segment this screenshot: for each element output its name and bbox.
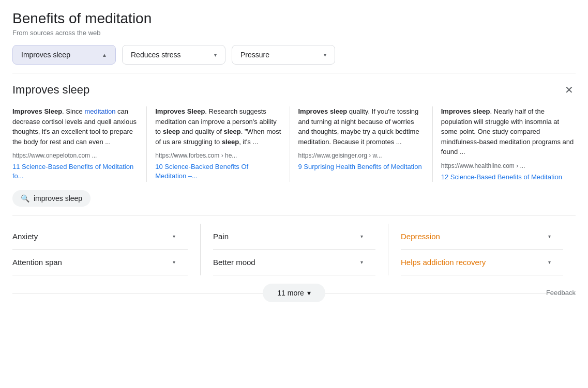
tab-pressure-chevron: ▾ xyxy=(324,52,326,58)
topic-addiction-recovery[interactable]: Helps addiction recovery ▾ xyxy=(401,250,563,275)
filter-tabs: Improves sleep ▲ Reduces stress ▾ Pressu… xyxy=(12,45,576,65)
card-4-link[interactable]: 12 Science-Based Benefits of Meditation xyxy=(441,173,576,182)
topic-anxiety-chevron: ▾ xyxy=(173,234,175,239)
page-title: Benefits of meditation xyxy=(12,10,576,27)
cards-grid: Improves Sleep. Since meditation can dec… xyxy=(12,106,576,182)
more-button-label: 11 more xyxy=(277,289,304,297)
topics-col-1: Anxiety ▾ Attention span ▾ xyxy=(12,224,200,275)
card-1-url: https://www.onepeloton.com ... xyxy=(12,152,138,159)
card-3: Improves sleep quality. If you're tossin… xyxy=(298,106,433,182)
tab-pressure[interactable]: Pressure ▾ xyxy=(232,45,335,65)
topic-pain[interactable]: Pain ▾ xyxy=(213,224,375,250)
more-button-chevron: ▾ xyxy=(307,289,311,297)
topic-addiction-recovery-label: Helps addiction recovery xyxy=(401,258,486,267)
topic-addiction-recovery-chevron: ▾ xyxy=(548,259,551,265)
divider-2 xyxy=(12,215,576,215)
feedback-link[interactable]: Feedback xyxy=(546,289,576,297)
topics-col-3: Depression ▾ Helps addiction recovery ▾ xyxy=(388,224,576,275)
card-4-text: Improves sleep. Nearly half of the popul… xyxy=(441,106,576,157)
section-header: Improves sleep ✕ xyxy=(12,82,576,98)
topic-depression-chevron: ▾ xyxy=(548,234,551,239)
card-3-url: https://www.geisinger.org › w... xyxy=(298,152,424,159)
close-button[interactable]: ✕ xyxy=(563,82,576,98)
card-3-text: Improves sleep quality. If you're tossin… xyxy=(298,106,424,147)
card-1-text: Improves Sleep. Since meditation can dec… xyxy=(12,106,138,147)
tab-improves-sleep-label: Improves sleep xyxy=(21,51,70,59)
divider-1 xyxy=(12,73,576,73)
search-suggestion[interactable]: 🔍 improves sleep xyxy=(12,190,91,207)
topic-better-mood-label: Better mood xyxy=(213,258,255,267)
topic-attention-span-chevron: ▾ xyxy=(173,259,175,265)
more-button[interactable]: 11 more ▾ xyxy=(263,284,325,302)
card-4-url: https://www.healthline.com › ... xyxy=(441,162,576,169)
tab-reduces-stress-chevron: ▾ xyxy=(214,52,217,58)
page-subtitle: From sources across the web xyxy=(12,29,576,37)
card-2-link[interactable]: 10 Science-Backed Benefits Of Meditation… xyxy=(155,162,281,181)
topic-depression-label: Depression xyxy=(401,232,440,241)
topic-attention-span-label: Attention span xyxy=(12,258,62,267)
topic-attention-span[interactable]: Attention span ▾ xyxy=(12,250,188,275)
tab-improves-sleep[interactable]: Improves sleep ▲ xyxy=(12,45,116,65)
topic-anxiety[interactable]: Anxiety ▾ xyxy=(12,224,188,250)
tab-reduces-stress-label: Reduces stress xyxy=(131,51,180,59)
tab-improves-sleep-chevron: ▲ xyxy=(102,52,107,58)
card-2-text: Improves Sleep. Research suggests medita… xyxy=(155,106,281,147)
topics-grid: Anxiety ▾ Attention span ▾ Pain ▾ Better… xyxy=(12,224,576,275)
topic-depression[interactable]: Depression ▾ xyxy=(401,224,563,250)
card-3-link[interactable]: 9 Surprising Health Benefits of Meditati… xyxy=(298,162,424,172)
topic-pain-label: Pain xyxy=(213,232,229,241)
topic-anxiety-label: Anxiety xyxy=(12,232,38,241)
topic-better-mood-chevron: ▾ xyxy=(360,259,363,265)
card-2-url: https://www.forbes.com › he... xyxy=(155,152,281,159)
search-icon: 🔍 xyxy=(21,194,29,203)
card-2: Improves Sleep. Research suggests medita… xyxy=(155,106,290,182)
topic-pain-chevron: ▾ xyxy=(360,234,363,239)
tab-pressure-label: Pressure xyxy=(240,51,269,59)
topic-better-mood[interactable]: Better mood ▾ xyxy=(213,250,375,275)
more-section: 11 more ▾ Feedback xyxy=(12,284,576,302)
section-title: Improves sleep xyxy=(12,83,89,97)
topics-col-2: Pain ▾ Better mood ▾ xyxy=(200,224,388,275)
search-suggestion-text: improves sleep xyxy=(34,194,82,203)
card-1-link[interactable]: 11 Science-Based Benefits of Meditation … xyxy=(12,162,138,181)
tab-reduces-stress[interactable]: Reduces stress ▾ xyxy=(122,45,225,65)
card-1: Improves Sleep. Since meditation can dec… xyxy=(12,106,147,182)
card-4: Improves sleep. Nearly half of the popul… xyxy=(441,106,576,182)
